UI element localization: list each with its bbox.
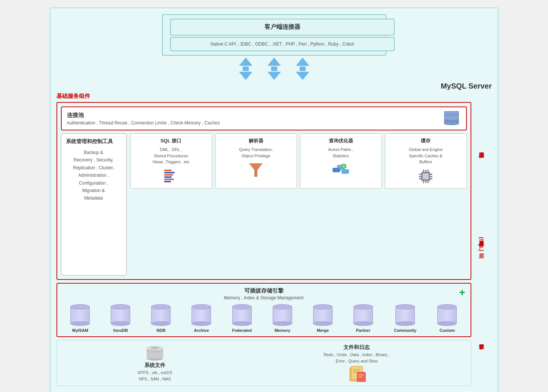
engine-label-archive: Archive [194, 328, 209, 333]
cylinder-partner [353, 304, 373, 326]
jichufuwu-label: 基础服务组件 [56, 93, 492, 100]
plus-icon: + [459, 287, 465, 298]
svg-rect-7 [164, 172, 175, 173]
engine-row: MyISAM InnoDB [61, 304, 467, 333]
svg-rect-24 [419, 174, 421, 175]
engine-item-archive: Archive [192, 304, 211, 333]
cyl-bottom [437, 321, 457, 326]
cyl-bottom [192, 321, 211, 326]
svg-rect-34 [425, 181, 426, 183]
engine-item-custom: Custom [437, 304, 457, 333]
conn-pool-text: 连接池 Authentication , Thread Reuse , Conn… [67, 112, 220, 126]
file-logs-title: 文件和日志 [324, 344, 390, 351]
disk-icon [145, 344, 165, 361]
sql-desc: DML , DDL ,Stored ProceduresViews ,Trigg… [152, 146, 189, 165]
cylinder-archive [192, 304, 211, 326]
right-panel: SQL 接口 DML , DDL ,Stored ProceduresViews… [130, 133, 467, 275]
engine-label-federated: Federated [232, 328, 252, 333]
arrow-2 [267, 58, 281, 80]
engine-item-myisam: MyISAM [70, 304, 90, 333]
engine-item-innodb: InnoDB [111, 304, 130, 333]
mgmt-items: Backup &Recovery , Security,Replication … [66, 149, 122, 202]
mgmt-title: 系统管理和控制工具 [66, 138, 122, 145]
mysql-server-label: MySQL Server [56, 82, 492, 90]
svg-rect-11 [164, 181, 171, 182]
svg-rect-43 [353, 369, 360, 370]
conn-pool-title: 连接池 [67, 112, 220, 119]
arrow-down-2 [267, 72, 281, 80]
parser-icon [248, 162, 264, 178]
svg-rect-23 [423, 173, 429, 179]
engine-item-merge: Merge [313, 304, 333, 333]
svg-rect-10 [164, 179, 174, 180]
client-connector-box: 客户端连接器 Native C API , JDBC , ODBC , .NET… [162, 14, 386, 56]
arrow-body-1 [243, 67, 249, 71]
svg-rect-9 [164, 176, 172, 178]
engine-label-innodb: InnoDB [113, 328, 128, 333]
cyl-bottom [70, 321, 90, 326]
svg-rect-31 [425, 170, 426, 172]
svg-rect-27 [430, 174, 432, 175]
cyl-top [273, 304, 292, 309]
file-logs-block: 文件和日志 Redo , Undo , Data , Index , Binar… [324, 344, 390, 382]
server-icon [443, 111, 460, 126]
arrow-up-2 [267, 58, 281, 66]
service-box-cache: 缓存 Global and EngineSpecific Caches &Buf… [385, 133, 467, 189]
engine-subtitle: Memory , Index & Storage Management [61, 295, 467, 300]
parser-title: 解析器 [249, 138, 263, 144]
engine-section: 可插拔存储引擎 Memory , Index & Storage Managem… [56, 283, 471, 337]
service-box-sql: SQL 接口 DML , DDL ,Stored ProceduresViews… [130, 133, 212, 189]
arrow-3 [296, 58, 309, 80]
file-section: 系统文件 NTFS , ufs , ext2/3NFS , SAN , NAS … [56, 340, 471, 386]
engine-label-community: Community [394, 328, 417, 333]
svg-point-39 [150, 347, 159, 349]
cyl-top [353, 304, 373, 309]
arrow-down-3 [296, 72, 309, 80]
engine-item-federated: Federated [232, 304, 252, 333]
sql-icon [163, 168, 179, 185]
engine-item-community: Community [394, 304, 417, 333]
cache-desc: Global and EngineSpecific Caches &Buffer… [409, 146, 443, 165]
diagram-content: 连接池 Authentication , Thread Reuse , Conn… [56, 102, 471, 386]
arrow-down-1 [239, 72, 252, 80]
cylinder-ndb [151, 304, 171, 326]
sys-files-title: 系统文件 [138, 362, 172, 369]
cyl-bottom [273, 321, 292, 326]
cylinder-community [395, 304, 415, 326]
arrow-body-3 [300, 67, 306, 71]
cyl-top [395, 304, 415, 309]
sys-files-block: 系统文件 NTFS , ufs , ext2/3NFS , SAN , NAS [138, 344, 172, 382]
optimizer-desc: Acess Paths ,Statistics [328, 146, 353, 159]
svg-rect-47 [358, 374, 364, 375]
optimizer-icon [332, 162, 350, 178]
left-panel: 系统管理和控制工具 Backup &Recovery , Security,Re… [61, 133, 126, 275]
engine-item-memory: Memory [273, 304, 292, 333]
svg-rect-44 [353, 371, 360, 371]
engine-label-partner: Partner [356, 328, 371, 333]
cylinder-myisam [70, 304, 90, 326]
sys-files-text: 系统文件 NTFS , ufs , ext2/3NFS , SAN , NAS [138, 362, 172, 382]
svg-rect-8 [164, 174, 173, 176]
svg-rect-30 [423, 170, 424, 172]
outer-wrapper: 连接池 Authentication , Thread Reuse , Conn… [56, 102, 492, 386]
top-section: 连接池 Authentication , Thread Reuse , Conn… [56, 102, 471, 280]
cache-icon [417, 168, 434, 185]
main-content-row: 系统管理和控制工具 Backup &Recovery , Security,Re… [61, 133, 467, 275]
service-row: SQL 接口 DML , DDL ,Stored ProceduresViews… [130, 133, 467, 189]
service-box-parser: 解析器 Query Translation,Object Privilege [215, 133, 297, 189]
client-title: 客户端连接器 [170, 19, 395, 36]
service-box-optimizer: 查询优化器 Acess Paths ,Statistics [300, 133, 382, 189]
svg-rect-16 [342, 169, 349, 174]
cyl-bottom [151, 321, 171, 326]
file-logs-text: 文件和日志 Redo , Undo , Data , Index , Binar… [324, 344, 390, 364]
cyl-top [313, 304, 333, 309]
arrow-1 [239, 58, 252, 80]
svg-rect-33 [423, 181, 424, 183]
engine-item-partner: Partner [353, 304, 373, 333]
conn-pool-icon [442, 111, 461, 126]
arrows-area [56, 59, 492, 78]
svg-marker-13 [249, 163, 263, 170]
svg-point-21 [342, 165, 345, 168]
client-subtitle: Native C API , JDBC , ODBC , .NET , PHP … [170, 37, 395, 51]
cache-title: 缓存 [421, 138, 431, 144]
